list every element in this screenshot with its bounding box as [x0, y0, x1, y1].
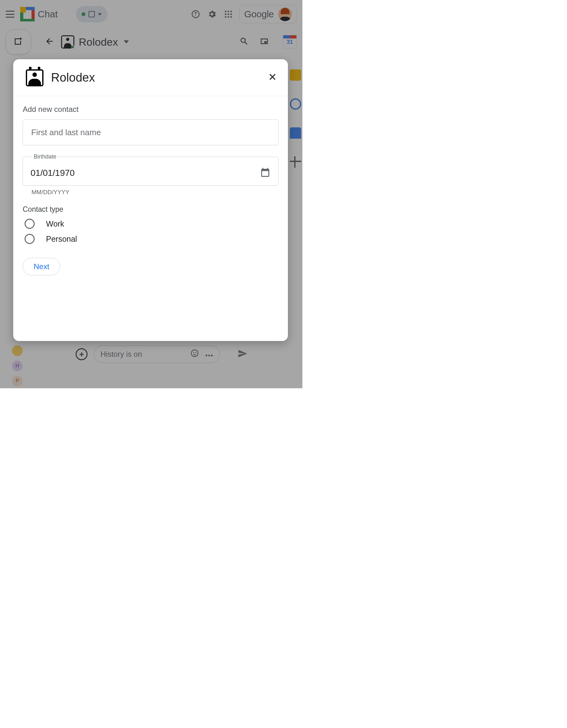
dialog-body: Add new contact Birthdate 01/01/1970 MM/…: [13, 96, 288, 284]
rolodex-dialog: Rolodex Add new contact Birthdate 01/01/…: [13, 59, 288, 341]
birthdate-field-wrap: Birthdate 01/01/1970 MM/DD/YYYY: [23, 153, 279, 196]
calendar-icon[interactable]: [260, 167, 271, 179]
radio-work-label: Work: [46, 219, 64, 228]
contact-type-label: Contact type: [23, 205, 279, 214]
birthdate-value: 01/01/1970: [31, 168, 75, 178]
rolodex-logo-icon: [26, 69, 43, 86]
radio-personal-circle[interactable]: [25, 234, 35, 244]
birthdate-field[interactable]: Birthdate 01/01/1970: [23, 153, 279, 186]
add-contact-heading: Add new contact: [23, 105, 279, 114]
next-button[interactable]: Next: [23, 258, 60, 275]
radio-personal-row[interactable]: Personal: [23, 234, 279, 244]
radio-work-row[interactable]: Work: [23, 219, 279, 229]
birthdate-hint: MM/DD/YYYY: [32, 189, 279, 196]
dialog-header: Rolodex: [13, 59, 288, 96]
dialog-title: Rolodex: [51, 71, 95, 84]
close-button[interactable]: [268, 72, 277, 83]
radio-work-circle[interactable]: [25, 219, 35, 229]
radio-personal-label: Personal: [46, 234, 77, 244]
name-input[interactable]: [23, 119, 279, 145]
birthdate-label: Birthdate: [32, 153, 58, 160]
